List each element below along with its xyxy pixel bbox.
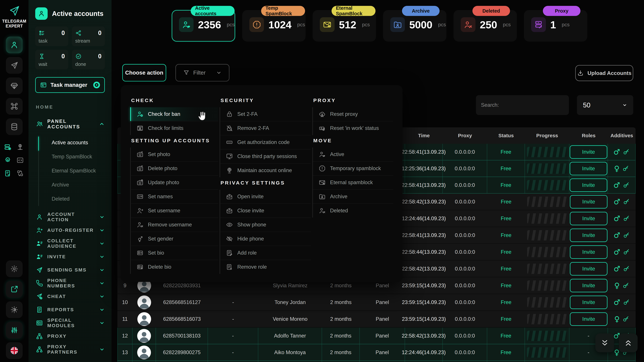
table-row[interactable]: 146285664674977-Albert Pittman2 monthsPa… (118, 361, 636, 362)
table-row[interactable]: 106285668516127-Toney Jordan2 monthsPane… (118, 294, 636, 311)
sidebar-subitem-eternal-spamblock[interactable]: Eternal SpamBlock (46, 164, 112, 178)
scroll-to-top-button[interactable] (619, 334, 638, 352)
page-size-select[interactable]: 50 (577, 95, 633, 115)
sidebar-item-sending-sms[interactable]: SENDING SMS (36, 263, 105, 277)
invite-button[interactable]: Invite (570, 312, 608, 326)
sidebar-subitem-archive[interactable]: Archive (46, 178, 112, 192)
sidebar-subitem-active-accounts[interactable]: Active accounts (46, 136, 112, 150)
key-icon[interactable] (623, 265, 630, 272)
invite-button[interactable]: Invite (570, 245, 608, 259)
menu-item-open-invite[interactable]: Open invite (220, 190, 311, 204)
menu-item-remove-username[interactable]: Remove username (131, 218, 218, 232)
external-link-rail-button[interactable] (6, 281, 23, 298)
gear-badge-icon[interactable] (3, 156, 12, 165)
task-manager-button[interactable]: Task manager (35, 77, 105, 93)
menu-item-set-names[interactable]: Set names (131, 190, 218, 204)
menu-item-delete-bio[interactable]: Delete bio (131, 260, 218, 274)
menu-item-temporary-spamblock[interactable]: Temporary spamblock (313, 162, 393, 176)
menu-item-eternal-spamblock[interactable]: Eternal spamblock (313, 176, 393, 190)
menu-item-archive[interactable]: Archive (313, 190, 393, 204)
user-network-icon[interactable] (16, 143, 24, 151)
database-rail-button[interactable] (6, 118, 23, 135)
theme-toggle-button[interactable] (6, 301, 23, 318)
key-icon[interactable] (623, 249, 630, 256)
stat-card-active-accounts[interactable]: Active accounts2356pcs (172, 10, 235, 41)
sidebar-subitem-deleted[interactable]: Deleted (46, 192, 112, 206)
invite-button[interactable]: Invite (570, 296, 608, 309)
sidebar-item-panel-accounts[interactable]: PANEL ACCOUNTS (36, 118, 105, 130)
invite-button[interactable]: Invite (570, 212, 608, 225)
scroll-to-bottom-button[interactable] (595, 334, 614, 352)
menu-item-maintain-account-online[interactable]: Maintain account online (220, 164, 311, 177)
invite-button[interactable]: Invite (570, 162, 607, 175)
sending-rail-button[interactable] (6, 57, 23, 74)
key-icon[interactable] (623, 299, 630, 306)
menu-item-set-photo[interactable]: Set photo (131, 147, 218, 162)
menu-item-reset-proxy[interactable]: Reset proxy (313, 107, 393, 121)
sidebar-item-auto-register[interactable]: AUTO-REGISTER (36, 224, 105, 237)
search-input[interactable] (476, 95, 569, 115)
menu-item-set-gender[interactable]: Set gender (131, 232, 218, 246)
invite-button[interactable]: Invite (570, 145, 607, 159)
filter-dropdown[interactable]: Filter (176, 64, 230, 81)
menu-item-hide-phone[interactable]: Hide phone (220, 232, 311, 246)
invite-button[interactable]: Invite (570, 279, 608, 292)
sidebar-item-special-modules[interactable]: SPECIAL MODULES (36, 316, 105, 330)
key-icon[interactable] (623, 215, 630, 222)
choose-action-button[interactable]: Choose action (122, 64, 166, 81)
menu-item-set-bio[interactable]: Set bio (131, 246, 218, 260)
sidebar-item-phone-numbers[interactable]: PHONE NUMBERS (36, 277, 105, 290)
key-icon[interactable] (622, 316, 630, 323)
settings-rail-button[interactable] (6, 260, 23, 277)
stat-card-temp-spamblock[interactable]: Temp SpamBlock1024pcs (242, 10, 306, 41)
server-check-icon[interactable] (3, 143, 12, 151)
equalizer-rail-button[interactable] (6, 322, 23, 339)
sidebar-item-cheat[interactable]: CHEAT (36, 290, 105, 303)
stat-card-archive[interactable]: Archive5000pcs (383, 10, 446, 41)
sidebar-subitem-temp-spamblock[interactable]: Temp SpamBlock (46, 150, 112, 164)
doc-check-icon[interactable] (3, 169, 12, 178)
sidebar-item-invite[interactable]: INVITE (36, 250, 105, 263)
language-button[interactable] (6, 342, 23, 359)
stat-card-proxy[interactable]: Proxy1pcs (524, 10, 587, 41)
menu-item-active[interactable]: Active (313, 147, 393, 162)
menu-item-delete-photo[interactable]: Delete photo (131, 162, 218, 176)
sidebar-item-proxy[interactable]: PROXY (36, 330, 105, 343)
key-icon[interactable] (623, 198, 630, 205)
menu-item-show-phone[interactable]: Show phone (220, 218, 311, 232)
menu-item-reset-in-work-status[interactable]: Reset 'in work' status (313, 121, 393, 135)
menu-item-add-role[interactable]: Add role (220, 246, 311, 260)
sidebar-item-proxy-partners[interactable]: PROXY PARTNERS (36, 343, 105, 356)
key-icon[interactable] (623, 232, 630, 239)
menu-item-get-authorization-code[interactable]: Get authorization code (220, 135, 311, 149)
key-icon[interactable] (622, 282, 630, 289)
sidebar-item-collect-audience[interactable]: COLLECT AUDIENCE (36, 237, 105, 250)
key-icon[interactable] (623, 148, 630, 156)
menu-item-remove-role[interactable]: Remove role (220, 260, 311, 274)
invite-button[interactable]: Invite (570, 178, 607, 192)
invite-button[interactable]: Invite (570, 195, 608, 209)
menu-item-close-third-party-sessions[interactable]: Close third party sessions (220, 149, 311, 164)
menu-item-close-invite[interactable]: Close invite (220, 204, 311, 218)
menu-item-check-for-limits[interactable]: Check for limits (131, 121, 218, 135)
table-row[interactable]: 126285700138103-Adolfo Tanner2 monthsPan… (118, 328, 636, 344)
stat-card-eternal-spamblock[interactable]: Eternal SpamBlock512pcs (312, 10, 376, 41)
menu-item-set-2-fa[interactable]: Set 2-FA (220, 107, 311, 121)
premium-rail-button[interactable] (6, 77, 23, 94)
key-icon[interactable] (622, 165, 629, 172)
modules-rail-button[interactable] (6, 98, 23, 115)
invite-button[interactable]: Invite (570, 262, 608, 276)
menu-item-deleted[interactable]: Deleted (313, 204, 393, 218)
upload-accounts-button[interactable]: Upload Accounts (575, 65, 633, 81)
menu-item-set-username[interactable]: Set username (131, 204, 218, 218)
menu-item-remove-2-fa[interactable]: Remove 2-FA (220, 121, 311, 135)
key-icon[interactable] (623, 182, 630, 189)
table-row[interactable]: 116285668516073-Venice Moreno2 monthsPan… (118, 311, 636, 328)
swap-boxes-icon[interactable] (16, 169, 24, 178)
sidebar-item-reports[interactable]: REPORTS (36, 303, 105, 316)
sidebar-item-account-action[interactable]: ACCOUNT ACTION (36, 210, 105, 224)
code-window-icon[interactable] (16, 156, 24, 165)
accounts-rail-button[interactable] (6, 36, 23, 53)
menu-item-update-photo[interactable]: Update photo (131, 176, 218, 190)
table-row[interactable]: 136282289800275-Aiko Montoya2 monthsPane… (118, 344, 636, 361)
